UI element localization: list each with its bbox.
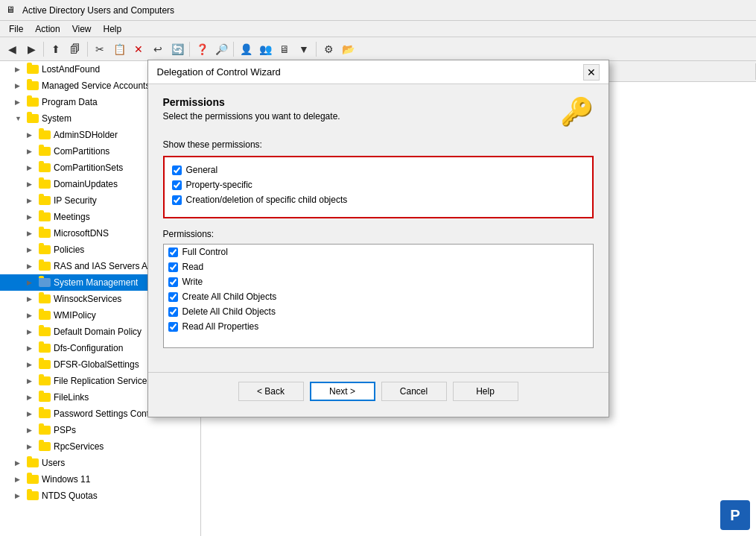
perm-full-control[interactable]: Full Control: [164, 245, 593, 259]
perm-delete-all-child[interactable]: Delete All Child Objects: [164, 304, 593, 319]
permissions-list-box[interactable]: Full Control Read Write Create All Child…: [163, 244, 594, 348]
chk-property-specific-input[interactable]: [172, 180, 182, 190]
brand-watermark: P: [720, 500, 750, 530]
perm-read[interactable]: Read: [164, 259, 593, 274]
chk-creation-deletion-input[interactable]: [172, 195, 182, 205]
dialog-footer: < Back Next > Cancel Help: [148, 372, 609, 413]
perm-create-all-label: Create All Child Objects: [182, 291, 277, 302]
checkbox-property-specific[interactable]: Property-specific: [172, 180, 585, 190]
dialog-title: Delegation of Control Wizard: [157, 66, 281, 78]
dialog-section-subtitle: Select the permissions you want to deleg…: [163, 111, 340, 122]
help-button[interactable]: Help: [453, 382, 518, 401]
perm-delete-all-label: Delete All Child Objects: [182, 306, 276, 317]
chk-general-input[interactable]: [172, 165, 182, 175]
dialog-body: Permissions Select the permissions you w…: [148, 84, 609, 360]
brand-letter: P: [730, 507, 740, 524]
dialog-overlay: Delegation of Control Wizard ✕ Permissio…: [0, 0, 756, 536]
checkbox-creation-deletion[interactable]: Creation/deletion of specific child obje…: [172, 195, 585, 205]
next-button[interactable]: Next >: [310, 382, 375, 401]
perm-read-all-checkbox[interactable]: [168, 322, 178, 332]
back-button[interactable]: < Back: [238, 382, 304, 401]
key-icon: 🔑: [560, 96, 594, 127]
perm-read-all-properties[interactable]: Read All Properties: [164, 319, 593, 334]
checkbox-general[interactable]: General: [172, 165, 585, 175]
dialog-header-section: Permissions Select the permissions you w…: [163, 96, 594, 127]
chk-general-label: General: [186, 165, 218, 175]
permissions-label: Permissions:: [163, 229, 594, 239]
dialog-header-text: Permissions Select the permissions you w…: [163, 96, 340, 122]
dialog-section-title: Permissions: [163, 96, 340, 108]
dialog-title-bar: Delegation of Control Wizard ✕: [148, 60, 609, 84]
perm-create-all-checkbox[interactable]: [168, 292, 178, 302]
perm-read-checkbox[interactable]: [168, 262, 178, 272]
perm-write-checkbox[interactable]: [168, 277, 178, 287]
perm-full-control-label: Full Control: [182, 247, 228, 257]
delegation-wizard-dialog: Delegation of Control Wizard ✕ Permissio…: [147, 60, 609, 417]
perm-delete-all-checkbox[interactable]: [168, 307, 178, 317]
permissions-filter-box: General Property-specific Creation/delet…: [163, 156, 594, 218]
chk-property-specific-label: Property-specific: [186, 180, 252, 190]
perm-write-label: Write: [182, 277, 203, 287]
show-permissions-label: Show these permissions:: [163, 139, 594, 150]
dialog-close-button[interactable]: ✕: [583, 64, 600, 81]
chk-creation-deletion-label: Creation/deletion of specific child obje…: [186, 195, 348, 205]
perm-full-control-checkbox[interactable]: [168, 247, 178, 257]
perm-create-all-child[interactable]: Create All Child Objects: [164, 289, 593, 304]
perm-read-all-label: Read All Properties: [182, 321, 259, 332]
perm-write[interactable]: Write: [164, 274, 593, 289]
perm-read-label: Read: [182, 262, 204, 272]
cancel-button[interactable]: Cancel: [381, 382, 447, 401]
